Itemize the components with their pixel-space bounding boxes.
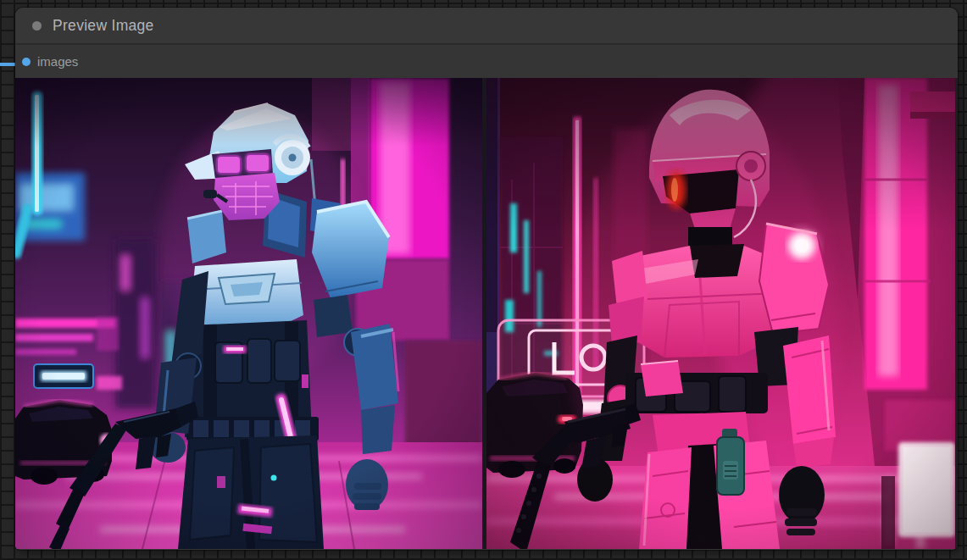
node-titlebar[interactable]: Preview Image bbox=[15, 8, 958, 45]
input-slot-images-icon[interactable] bbox=[22, 58, 31, 66]
preview-image-1[interactable] bbox=[15, 78, 482, 549]
graph-canvas[interactable]: Preview Image images bbox=[0, 0, 967, 560]
node-title: Preview Image bbox=[53, 17, 154, 35]
node-preview-image[interactable]: Preview Image images bbox=[15, 8, 958, 550]
node-input-row: images bbox=[15, 45, 958, 78]
node-collapse-dot-icon[interactable] bbox=[32, 21, 42, 30]
preview-images-area bbox=[15, 78, 958, 549]
preview-image-2[interactable] bbox=[486, 78, 955, 549]
input-slot-label: images bbox=[37, 54, 78, 69]
